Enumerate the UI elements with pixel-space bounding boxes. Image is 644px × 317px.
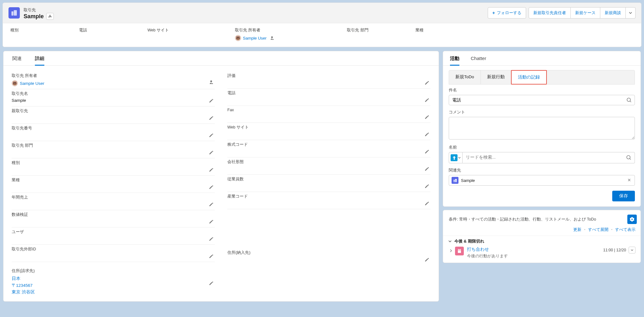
fld-ownership-label: 会社形態 bbox=[227, 159, 430, 165]
hl-website-label: Web サイト bbox=[147, 28, 235, 33]
lead-icon bbox=[451, 154, 458, 161]
tab-chatter[interactable]: Chatter bbox=[471, 56, 486, 65]
account-icon bbox=[452, 177, 458, 184]
edit-pencil-icon[interactable] bbox=[209, 133, 214, 138]
fld-owner-label: 取引先 所有者 bbox=[12, 73, 215, 79]
expand-item-icon[interactable] bbox=[449, 247, 455, 253]
subject-label: 件名 bbox=[449, 88, 635, 93]
hierarchy-button[interactable] bbox=[46, 13, 54, 20]
timeline-panel: 条件: 常時・すべての活動・記録された活動、行動、リストメール、および ToDo… bbox=[443, 210, 641, 263]
record-name: Sample bbox=[24, 13, 44, 20]
new-case-button[interactable]: 新規ケース bbox=[571, 7, 600, 19]
fld-industry-label: 業種 bbox=[12, 178, 215, 183]
edit-pencil-icon[interactable] bbox=[425, 257, 429, 262]
edit-pencil-icon[interactable] bbox=[209, 219, 214, 224]
subject-input[interactable] bbox=[449, 95, 635, 105]
new-opportunity-button[interactable]: 新規商談 bbox=[600, 7, 626, 19]
edit-pencil-icon[interactable] bbox=[425, 115, 429, 119]
comment-textarea[interactable] bbox=[449, 117, 635, 139]
edit-pencil-icon[interactable] bbox=[425, 80, 429, 85]
plus-icon: + bbox=[492, 10, 495, 15]
link-refresh[interactable]: 更新 bbox=[573, 227, 581, 232]
hl-phone-label: 電話 bbox=[79, 28, 147, 33]
fld-parent-label: 親取引先 bbox=[12, 108, 215, 114]
filter-text: 条件: 常時・すべての活動・記録された活動、行動、リストメール、および ToDo bbox=[449, 217, 596, 222]
event-icon bbox=[455, 247, 464, 255]
timeline-section-header[interactable]: 今後 & 期限切れ bbox=[448, 238, 636, 244]
follow-button[interactable]: +フォローする bbox=[488, 7, 526, 19]
object-label: 取引先 bbox=[24, 7, 54, 13]
subtab-new-event[interactable]: 新規行動 bbox=[481, 70, 511, 84]
timeline-item-time: 11:00 | 12/20 bbox=[603, 248, 626, 252]
tab-detail[interactable]: 詳細 bbox=[35, 56, 44, 65]
edit-pencil-icon[interactable] bbox=[209, 185, 214, 189]
edit-pencil-icon[interactable] bbox=[209, 150, 214, 155]
fld-shipping-label: 住所(納入先) bbox=[227, 250, 430, 255]
addr-country[interactable]: 日本 bbox=[12, 275, 215, 282]
hl-dept-label: 取引先 部門 bbox=[347, 28, 415, 33]
search-icon bbox=[626, 155, 631, 160]
more-actions-button[interactable] bbox=[626, 7, 636, 19]
edit-pencil-icon[interactable] bbox=[209, 167, 214, 172]
tab-related[interactable]: 関連 bbox=[12, 56, 22, 65]
owner-avatar-icon: 🐻 bbox=[235, 35, 241, 41]
change-owner-icon[interactable] bbox=[209, 80, 214, 85]
record-header: 取引先 Sample +フォローする 新規取引先責任者 新規ケース 新規商談 bbox=[3, 3, 641, 47]
edit-pencil-icon[interactable] bbox=[425, 167, 429, 171]
fld-sic-label: 産業コード bbox=[227, 194, 430, 199]
edit-pencil-icon[interactable] bbox=[425, 98, 429, 102]
fld-phone2-label: 電話 bbox=[227, 90, 430, 96]
fld-type-label: 種別 bbox=[12, 160, 215, 166]
fld-fax-label: Fax bbox=[227, 108, 430, 112]
fld-billing-label: 住所(請求先) bbox=[12, 268, 215, 274]
remove-pill-icon[interactable] bbox=[627, 178, 632, 183]
timeline-item-title[interactable]: 打ち合わせ bbox=[467, 247, 603, 252]
hl-owner-label: 取引先 所有者 bbox=[235, 28, 347, 33]
fld-owner-value[interactable]: Sample User bbox=[20, 81, 44, 86]
chevron-down-icon bbox=[629, 11, 632, 14]
fld-numval-label: 数値検証 bbox=[12, 212, 215, 217]
name-lookup-input[interactable] bbox=[466, 155, 631, 160]
fld-name-value: Sample bbox=[12, 98, 215, 104]
related-pill[interactable]: Sample bbox=[449, 175, 635, 186]
fld-extid-label: 取引先外部ID bbox=[12, 247, 215, 252]
timeline-item-menu[interactable] bbox=[629, 247, 636, 254]
edit-pencil-icon[interactable] bbox=[425, 132, 429, 137]
link-view-all[interactable]: すべて表示 bbox=[615, 227, 636, 232]
timeline-item-sub: 今後の行動があります bbox=[467, 254, 603, 259]
edit-pencil-icon[interactable] bbox=[209, 281, 214, 286]
edit-pencil-icon[interactable] bbox=[209, 98, 214, 103]
fld-dept-label: 取引先 部門 bbox=[12, 143, 215, 148]
detail-panel: 関連 詳細 取引先 所有者 🐻 Sample User 取引先名 bbox=[3, 51, 439, 302]
addr-city[interactable]: 東京 渋谷区 bbox=[12, 289, 215, 296]
edit-pencil-icon[interactable] bbox=[425, 201, 429, 206]
edit-pencil-icon[interactable] bbox=[209, 202, 214, 207]
owner-link[interactable]: Sample User bbox=[243, 36, 267, 41]
subtab-new-todo[interactable]: 新規ToDo bbox=[449, 70, 481, 84]
edit-pencil-icon[interactable] bbox=[425, 184, 429, 189]
search-icon bbox=[627, 98, 632, 103]
save-button[interactable]: 保存 bbox=[612, 191, 635, 201]
edit-pencil-icon[interactable] bbox=[425, 149, 429, 154]
subtab-log-activity[interactable]: 活動の記録 bbox=[511, 70, 547, 85]
name-object-selector[interactable] bbox=[449, 152, 463, 163]
change-owner-icon[interactable] bbox=[270, 36, 274, 40]
filter-settings-button[interactable] bbox=[627, 215, 637, 224]
account-icon bbox=[8, 7, 20, 19]
edit-pencil-icon[interactable] bbox=[209, 237, 214, 241]
fld-website2-label: Web サイト bbox=[227, 125, 430, 130]
edit-pencil-icon[interactable] bbox=[209, 116, 214, 120]
related-pill-label: Sample bbox=[461, 178, 475, 183]
owner-avatar-icon: 🐻 bbox=[12, 80, 18, 86]
addr-zip[interactable]: 〒1234567 bbox=[12, 282, 215, 289]
edit-pencil-icon[interactable] bbox=[209, 254, 214, 259]
activity-panel: 活動 Chatter 新規ToDo 新規行動 活動の記録 件名 bbox=[443, 51, 641, 207]
new-contact-button[interactable]: 新規取引先責任者 bbox=[529, 7, 571, 19]
comment-label: コメント bbox=[449, 110, 635, 115]
chevron-down-icon bbox=[458, 156, 461, 159]
chevron-down-icon bbox=[448, 239, 452, 243]
tab-activity[interactable]: 活動 bbox=[450, 56, 459, 65]
hl-type-label: 種別 bbox=[10, 28, 79, 33]
link-expand-all[interactable]: すべて展開 bbox=[588, 227, 608, 232]
fld-employees-label: 従業員数 bbox=[227, 177, 430, 182]
